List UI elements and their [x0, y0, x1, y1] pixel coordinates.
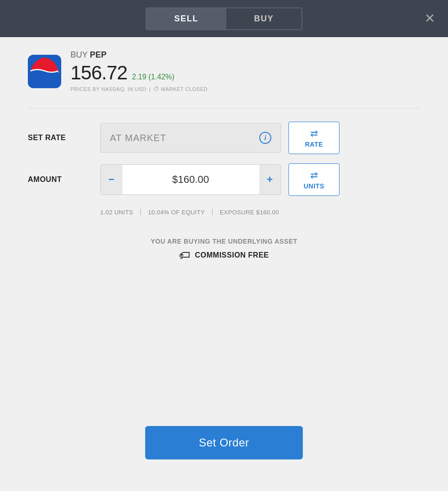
amount-row: AMOUNT − + ⇄ UNITS [28, 163, 420, 196]
change-percent: (1.42%) [148, 73, 174, 81]
price-row: 156.72 2.19 (1.42%) [70, 62, 208, 84]
stock-change: 2.19 (1.42%) [132, 73, 174, 81]
rate-button[interactable]: ⇄ RATE [288, 122, 339, 154]
buy-tab[interactable]: BUY [226, 8, 302, 29]
market-status: ⏱ MARKET CLOSED [154, 86, 208, 92]
market-input[interactable]: AT MARKET i [100, 123, 281, 153]
market-status-label: MARKET CLOSED [161, 86, 207, 92]
clock-icon: ⏱ [154, 86, 160, 92]
equity-pct: 10.04% OF EQUITY [148, 209, 205, 216]
ticker-symbol: PEP [90, 50, 107, 59]
commission-text: COMMISSION FREE [195, 251, 269, 259]
underlying-asset-text: YOU ARE BUYING THE UNDERLYING ASSET [28, 238, 420, 245]
stock-meta: PRICES BY NASDAQ, IN USD | ⏱ MARKET CLOS… [70, 86, 208, 92]
stock-price: 156.72 [70, 62, 127, 84]
amount-input[interactable] [122, 165, 259, 194]
stat-sep-2: | [211, 208, 213, 216]
set-rate-row: SET RATE AT MARKET i ⇄ RATE [28, 122, 420, 154]
info-icon[interactable]: i [259, 132, 271, 144]
pepsi-logo-svg [29, 56, 60, 87]
divider [28, 108, 420, 109]
spacer [28, 280, 420, 426]
rate-swap-icon: ⇄ [310, 128, 318, 139]
stock-details: BUY PEP 156.72 2.19 (1.42%) PRICES BY NA… [70, 50, 208, 92]
close-button[interactable]: ✕ [424, 12, 435, 25]
change-amount: 2.19 [132, 73, 146, 81]
trade-tab-group: SELL BUY [146, 7, 303, 30]
units-count: 1.02 UNITS [100, 209, 133, 216]
stat-sep-1: | [140, 208, 141, 216]
increase-button[interactable]: + [259, 165, 281, 194]
stock-info-row: BUY PEP 156.72 2.19 (1.42%) PRICES BY NA… [28, 50, 420, 92]
rate-button-label: RATE [305, 141, 323, 148]
units-button-label: UNITS [304, 182, 325, 190]
units-button[interactable]: ⇄ UNITS [288, 163, 339, 196]
prices-by-label: PRICES BY NASDAQ, IN USD [70, 86, 146, 92]
modal-header: SELL BUY ✕ [0, 0, 448, 37]
set-order-button[interactable]: Set Order [145, 426, 303, 459]
commission-icon: 🏷 [179, 249, 190, 262]
stats-row: 1.02 UNITS | 10.04% OF EQUITY | EXPOSURE… [28, 208, 420, 216]
modal-content: BUY PEP 156.72 2.19 (1.42%) PRICES BY NA… [0, 37, 448, 491]
stock-title: BUY PEP [70, 50, 208, 60]
stock-logo [28, 55, 61, 88]
trade-modal: SELL BUY ✕ BUY [0, 0, 448, 491]
commission-row: 🏷 COMMISSION FREE [28, 249, 420, 262]
meta-separator: | [149, 86, 150, 92]
decrease-button[interactable]: − [101, 165, 122, 194]
at-market-text: AT MARKET [110, 133, 166, 143]
info-banner: YOU ARE BUYING THE UNDERLYING ASSET 🏷 CO… [28, 238, 420, 262]
units-swap-icon: ⇄ [310, 169, 318, 181]
amount-label: AMOUNT [28, 175, 93, 184]
set-rate-label: SET RATE [28, 134, 93, 142]
action-label: BUY [70, 50, 88, 59]
amount-control: − + [100, 164, 281, 195]
sell-tab[interactable]: SELL [147, 8, 226, 29]
exposure: EXPOSURE $160.00 [220, 209, 279, 216]
